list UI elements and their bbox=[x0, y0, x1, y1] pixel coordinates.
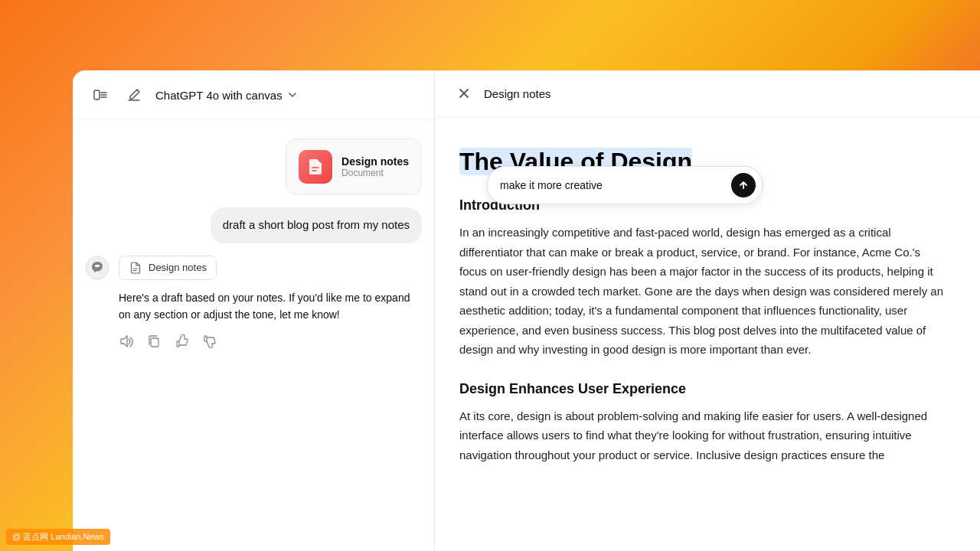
attachment-title: Design notes bbox=[341, 155, 409, 168]
app-container: ChatGPT 4o with canvas bbox=[73, 70, 980, 551]
attachment-icon bbox=[299, 150, 332, 184]
assistant-content: Design notes Here's a draft based on you… bbox=[119, 256, 422, 350]
inline-send-button[interactable] bbox=[731, 173, 756, 197]
canvas-title: Design notes bbox=[484, 87, 551, 100]
svg-rect-0 bbox=[94, 90, 100, 99]
close-canvas-button[interactable] bbox=[453, 83, 475, 104]
canvas-panel: Design notes The Value of Design Introdu… bbox=[434, 70, 980, 551]
section1-text: At its core, design is about problem-sol… bbox=[459, 406, 949, 465]
new-chat-button[interactable] bbox=[122, 83, 146, 107]
attachment-subtitle: Document bbox=[341, 168, 409, 178]
attachment-card[interactable]: Design notes Document bbox=[286, 139, 422, 195]
inline-edit-overlay bbox=[487, 166, 763, 204]
attachment-info: Design notes Document bbox=[341, 155, 409, 178]
watermark: @ 蓝点网 Landian.News bbox=[6, 529, 110, 545]
copy-icon[interactable] bbox=[146, 334, 162, 349]
canvas-header: Design notes bbox=[435, 70, 980, 117]
thumbs-down-icon[interactable] bbox=[201, 334, 217, 349]
chat-panel: ChatGPT 4o with canvas bbox=[73, 70, 434, 551]
intro-text: In an increasingly competitive and fast-… bbox=[459, 223, 949, 360]
canvas-content[interactable]: The Value of Design Introduction In an i… bbox=[435, 117, 980, 551]
thumbs-up-icon[interactable] bbox=[174, 334, 189, 349]
chat-content: Design notes Document draft a short blog… bbox=[73, 120, 434, 551]
assistant-avatar bbox=[85, 256, 109, 280]
model-name: ChatGPT 4o with canvas bbox=[155, 89, 283, 102]
svg-rect-10 bbox=[151, 338, 158, 347]
chat-header: ChatGPT 4o with canvas bbox=[73, 70, 434, 120]
volume-icon[interactable] bbox=[119, 334, 134, 349]
design-notes-reference[interactable]: Design notes bbox=[119, 256, 217, 280]
assistant-area: Design notes Here's a draft based on you… bbox=[85, 256, 422, 350]
action-bar bbox=[119, 334, 422, 349]
model-selector[interactable]: ChatGPT 4o with canvas bbox=[155, 89, 298, 102]
section1-heading: Design Enhances User Experience bbox=[459, 381, 949, 397]
user-message: draft a short blog post from my notes bbox=[211, 207, 422, 243]
sidebar-toggle-button[interactable] bbox=[88, 83, 113, 107]
design-notes-ref-label: Design notes bbox=[149, 262, 207, 273]
svg-marker-9 bbox=[121, 336, 127, 347]
inline-edit-input[interactable] bbox=[500, 179, 725, 191]
assistant-text: Here's a draft based on your notes. If y… bbox=[119, 289, 422, 324]
